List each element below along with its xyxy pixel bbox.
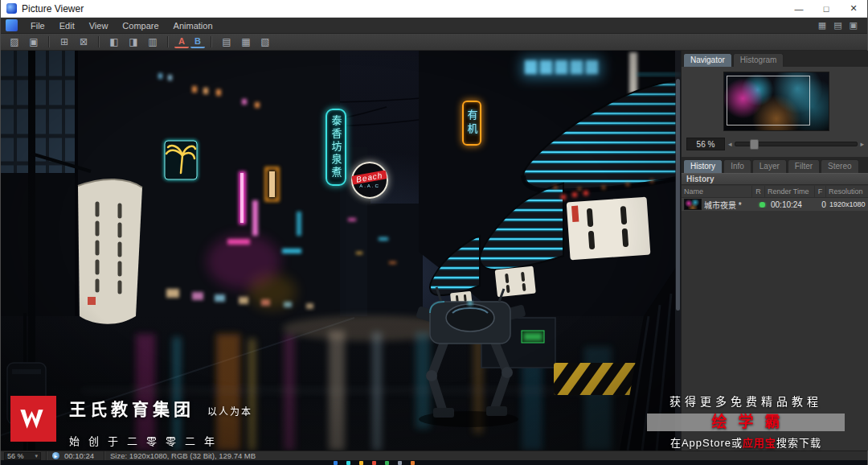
history-column-headers: Name R Render Time F Resolution xyxy=(682,186,868,198)
status-separator xyxy=(46,451,47,460)
brand-name: 王氏教育集团 xyxy=(69,396,194,420)
column-resolution[interactable]: Resolution xyxy=(826,186,868,197)
tab-layer[interactable]: Layer xyxy=(752,159,787,173)
maximize-button[interactable]: □ xyxy=(813,0,840,17)
toolbar-separator xyxy=(48,36,50,47)
menu-animation[interactable]: Animation xyxy=(166,18,220,33)
compare-b-icon[interactable]: B xyxy=(190,36,205,48)
vertical-scrollbar[interactable] xyxy=(675,51,681,451)
view-region-indicator[interactable] xyxy=(727,76,811,126)
promo-app-name: 绘学霸 xyxy=(647,414,845,431)
layout-panel-icon[interactable]: ▣ xyxy=(850,20,858,31)
tab-filter[interactable]: Filter xyxy=(788,159,820,173)
taskbar-app-icon[interactable] xyxy=(334,461,338,465)
close-button[interactable]: ✕ xyxy=(840,0,867,17)
status-zoom-dropdown[interactable]: 56 % ▾ xyxy=(4,452,41,460)
fit-view-icon[interactable]: ⊞ xyxy=(55,35,73,49)
organic-neon-sign: 有机 xyxy=(462,101,481,146)
navigator-panel: 56 % ◂ ▸ xyxy=(682,67,868,158)
column-render-time[interactable]: Render Time xyxy=(765,186,815,197)
scrollbar-thumb[interactable] xyxy=(676,79,680,311)
taskbar-app-icon[interactable] xyxy=(372,461,376,465)
menu-view[interactable]: View xyxy=(82,18,116,33)
taskbar-app-icon[interactable] xyxy=(411,461,415,465)
render-thumbnail xyxy=(684,199,702,210)
menu-file[interactable]: File xyxy=(23,18,52,33)
layout-grid-icon[interactable]: ▦ xyxy=(818,20,826,31)
compare-a-icon[interactable]: A xyxy=(174,36,189,48)
taskbar-app-icon[interactable] xyxy=(398,461,402,465)
app-icon xyxy=(6,3,17,14)
tea-house-neon-sign: 泰香坊泉煮 xyxy=(326,109,346,186)
tab-info[interactable]: Info xyxy=(723,159,751,173)
history-row[interactable]: 城市夜景 * 00:10:24 0 1920x1080 xyxy=(682,198,868,211)
compare-split-icon[interactable]: ◧ xyxy=(105,35,123,49)
windows-taskbar xyxy=(1,460,867,465)
layers-icon[interactable]: ▧ xyxy=(256,35,274,49)
toolbar-separator xyxy=(98,36,100,47)
full-size-icon[interactable]: ⊠ xyxy=(75,35,92,49)
beach-sign-text: Beach xyxy=(352,170,388,184)
brand-slogan: 以人为本 xyxy=(207,404,252,418)
frame-value: 0 xyxy=(818,200,829,209)
slider-right-arrow-icon[interactable]: ▸ xyxy=(860,140,864,148)
compare-right-icon[interactable]: ◨ xyxy=(125,35,142,49)
beach-neon-sign: Beach A.A.C xyxy=(351,162,388,199)
column-frame[interactable]: F xyxy=(815,186,826,197)
tab-histogram[interactable]: Histogram xyxy=(733,53,784,67)
brand-logo xyxy=(10,396,56,442)
zoom-slider-thumb[interactable] xyxy=(750,139,759,150)
toolbar-separator xyxy=(167,36,169,47)
navigator-thumbnail[interactable] xyxy=(723,72,829,131)
taskbar-app-icon[interactable] xyxy=(385,461,389,465)
window-title: Picture Viewer xyxy=(22,3,84,14)
image-viewport[interactable]: 泰香坊泉煮 Beach A.A.C 有机 xyxy=(1,51,681,451)
status-separator xyxy=(104,451,105,460)
sidebar: Navigator Histogram 56 % ◂ ▸ xyxy=(681,51,868,451)
play-button[interactable]: ▶ xyxy=(52,452,59,459)
w-logo-icon xyxy=(18,405,50,433)
promo-headline: 获得更多免费精品教程 xyxy=(647,393,845,409)
render-time-value: 00:10:24 xyxy=(768,200,818,209)
titlebar: Picture Viewer — □ ✕ xyxy=(1,0,867,18)
taskbar-app-icon[interactable] xyxy=(359,461,363,465)
window-controls: — □ ✕ xyxy=(785,0,867,17)
content-area: 泰香坊泉煮 Beach A.A.C 有机 Navigator Histogram xyxy=(1,51,868,451)
statusbar: 56 % ▾ ▶ 00:10:24 Size: 1920x1080, RGB (… xyxy=(1,451,867,460)
histogram-icon[interactable]: ▦ xyxy=(237,35,255,49)
compare-off-icon[interactable]: ▥ xyxy=(144,35,162,49)
zoom-slider[interactable]: ◂ ▸ xyxy=(728,140,864,148)
zoom-slider-track[interactable] xyxy=(735,142,858,146)
status-image-info: Size: 1920x1080, RGB (32 Bit), 129.74 MB xyxy=(110,451,256,460)
picture-viewer-window: Picture Viewer — □ ✕ File Edit View Comp… xyxy=(0,0,868,465)
taskbar-app-icon[interactable] xyxy=(346,461,350,465)
column-render-status[interactable]: R xyxy=(752,186,765,197)
zoom-value-field[interactable]: 56 % xyxy=(686,138,725,150)
watermark-left: 王氏教育集团 以人为本 始创于二零零二年 xyxy=(10,396,252,448)
history-group-header: History xyxy=(682,173,868,185)
navigator-tab-row: Navigator Histogram xyxy=(682,51,868,67)
download-suffix: 搜索下载 xyxy=(776,437,821,449)
beach-sign-subtext: A.A.C xyxy=(359,183,380,188)
download-app: 应用宝 xyxy=(743,437,776,449)
menu-edit[interactable]: Edit xyxy=(52,18,82,33)
slider-left-arrow-icon[interactable]: ◂ xyxy=(728,140,732,148)
brand-since: 始创于二零零二年 xyxy=(69,433,252,448)
open-file-icon[interactable]: ▨ xyxy=(6,35,23,49)
menu-compare[interactable]: Compare xyxy=(115,18,166,33)
layout-rows-icon[interactable]: ▤ xyxy=(833,20,841,31)
promo-download-line: 在AppStore或应用宝搜索下载 xyxy=(647,434,845,450)
minimize-button[interactable]: — xyxy=(785,0,813,17)
menubar-right-icons: ▦ ▤ ▣ xyxy=(818,20,864,31)
tab-history[interactable]: History xyxy=(683,159,723,173)
toolbar-separator xyxy=(211,36,212,47)
picture-viewer-icon xyxy=(6,19,18,31)
filmstrip-icon[interactable]: ▤ xyxy=(218,35,235,49)
dropdown-caret-icon: ▾ xyxy=(35,453,38,459)
tab-navigator[interactable]: Navigator xyxy=(683,53,732,67)
zoom-row: 56 % ◂ ▸ xyxy=(682,136,868,152)
tab-stereo[interactable]: Stereo xyxy=(821,159,858,173)
column-name[interactable]: Name xyxy=(682,186,752,197)
watermark-right: 获得更多免费精品教程 绘学霸 在AppStore或应用宝搜索下载 xyxy=(647,393,845,450)
save-image-icon[interactable]: ▣ xyxy=(25,35,43,49)
